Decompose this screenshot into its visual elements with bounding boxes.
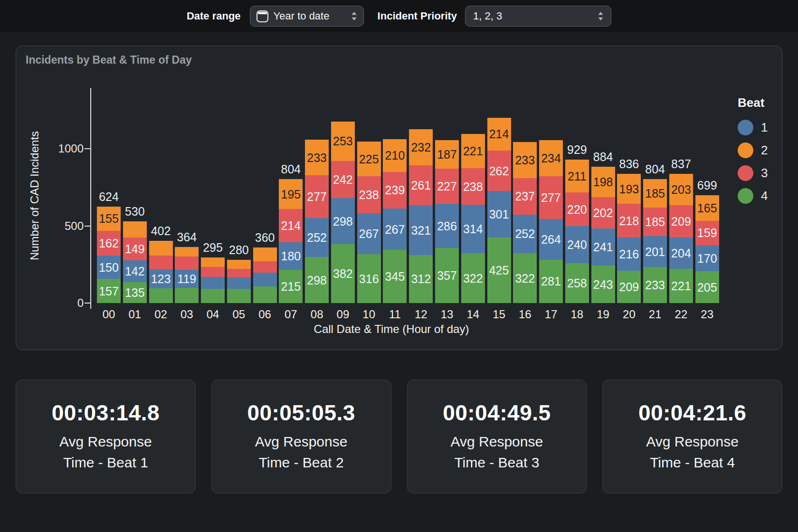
bar-segment-beat3-hour05[interactable] <box>227 269 251 277</box>
incident-priority-label: Incident Priority <box>378 10 457 22</box>
y-tick-mark <box>85 226 90 227</box>
kpi-row: 00:03:14.8 Avg Response Time - Beat 1 00… <box>16 380 782 494</box>
legend-label-beat-3[interactable]: 3 <box>761 165 768 181</box>
date-range-value: Year to date <box>274 10 351 22</box>
bar-value-label: 277 <box>301 190 332 204</box>
y-axis-label: Number of CAD Incidents <box>28 86 42 305</box>
bar-value-label: 165 <box>692 201 723 215</box>
kpi-label: Avg Response Time - Beat 4 <box>633 431 752 473</box>
bar-segment-beat4-hour04[interactable] <box>201 289 225 303</box>
y-tick-mark <box>85 303 90 304</box>
bar-segment-beat1-hour06[interactable] <box>253 273 277 286</box>
legend-label-beat-4[interactable]: 4 <box>761 188 768 204</box>
bar-segment-beat3-hour04[interactable] <box>201 267 225 277</box>
bar-segment-beat3-hour03[interactable] <box>175 256 199 270</box>
bar-segment-beat2-hour05[interactable] <box>227 260 251 269</box>
bar-total-label: 624 <box>91 190 126 204</box>
bar-value-label: 149 <box>119 242 151 256</box>
date-range-select[interactable]: Year to date <box>250 6 364 27</box>
chart-card: Incidents by Beat & Time of Day Number o… <box>16 46 782 350</box>
bar-value-label: 205 <box>692 280 723 294</box>
bar-value-label: 242 <box>327 172 359 187</box>
kpi-label: Avg Response Time - Beat 2 <box>241 431 361 473</box>
kpi-card-beat-2: 00:05:05.3 Avg Response Time - Beat 2 <box>211 380 391 494</box>
bar-segment-beat4-hour06[interactable] <box>253 286 277 303</box>
kpi-value: 00:05:05.3 <box>247 400 355 426</box>
bar-value-label: 253 <box>327 134 359 148</box>
y-tick-mark <box>85 148 90 149</box>
y-tick-label: 500 <box>30 219 84 233</box>
bar-value-label: 214 <box>484 127 515 141</box>
bar-segment-beat1-hour05[interactable] <box>227 277 251 289</box>
plot-area: Number of CAD Incidents05001000157150162… <box>16 46 782 350</box>
bar-total-label: 280 <box>221 243 256 257</box>
bar-value-label: 180 <box>275 249 306 263</box>
x-tick-23: 23 <box>691 308 724 321</box>
legend-swatch-beat-2[interactable] <box>738 142 753 158</box>
legend-title: Beat <box>738 95 764 110</box>
legend-label-beat-2[interactable]: 2 <box>761 142 768 158</box>
y-tick-label: 0 <box>30 296 84 310</box>
legend-swatch-beat-3[interactable] <box>738 165 753 181</box>
bar-total-label: 699 <box>690 178 725 192</box>
incident-priority-value: 1, 2, 3 <box>473 10 597 22</box>
kpi-card-beat-4: 00:04:21.6 Avg Response Time - Beat 4 <box>602 380 782 494</box>
legend-label-beat-1[interactable]: 1 <box>761 120 768 135</box>
x-axis-label: Call Date & Time (Hour of day) <box>64 323 719 336</box>
legend-swatch-beat-4[interactable] <box>738 188 753 204</box>
bar-value-label: 238 <box>457 180 489 194</box>
incident-priority-select[interactable]: 1, 2, 3 <box>465 6 611 27</box>
date-range-label: Date range <box>187 10 241 22</box>
bar-segment-beat4-hour02[interactable] <box>149 288 173 303</box>
kpi-value: 00:04:21.6 <box>638 400 747 426</box>
bar-value-label: 233 <box>301 151 332 165</box>
kpi-card-beat-1: 00:03:14.8 Avg Response Time - Beat 1 <box>16 380 196 494</box>
calendar-icon <box>256 10 268 22</box>
bar-total-label: 837 <box>664 157 699 171</box>
filter-toolbar: Date range Year to date Incident Priorit… <box>0 0 798 32</box>
kpi-card-beat-3: 00:04:49.5 Avg Response Time - Beat 3 <box>407 380 587 494</box>
bar-total-label: 530 <box>117 204 152 218</box>
kpi-value: 00:04:49.5 <box>443 400 551 426</box>
bar-value-label: 252 <box>301 230 332 245</box>
bar-segment-beat2-hour06[interactable] <box>253 247 277 261</box>
bar-segment-beat1-hour04[interactable] <box>201 277 225 289</box>
bar-value-label: 119 <box>171 272 202 286</box>
bar-value-label: 159 <box>692 226 723 240</box>
bar-segment-beat4-hour03[interactable] <box>175 288 199 303</box>
bar-value-label: 221 <box>457 144 489 158</box>
bar-segment-beat2-hour04[interactable] <box>201 257 225 267</box>
kpi-value: 00:03:14.8 <box>52 400 160 426</box>
kpi-label: Avg Response Time - Beat 1 <box>46 431 165 473</box>
bar-segment-beat3-hour06[interactable] <box>253 261 277 273</box>
bar-value-label: 314 <box>457 222 489 236</box>
bar-segment-beat3-hour02[interactable] <box>149 256 173 270</box>
kpi-label: Avg Response Time - Beat 3 <box>437 431 557 473</box>
bar-value-label: 170 <box>692 251 723 266</box>
bar-value-label: 301 <box>484 207 515 221</box>
select-arrows-icon <box>351 11 358 21</box>
legend-swatch-beat-1[interactable] <box>738 120 753 135</box>
select-arrows-icon <box>597 11 604 21</box>
bar-value-label: 135 <box>119 285 151 300</box>
y-tick-label: 1000 <box>30 142 84 155</box>
bar-segment-beat4-hour05[interactable] <box>227 289 251 303</box>
